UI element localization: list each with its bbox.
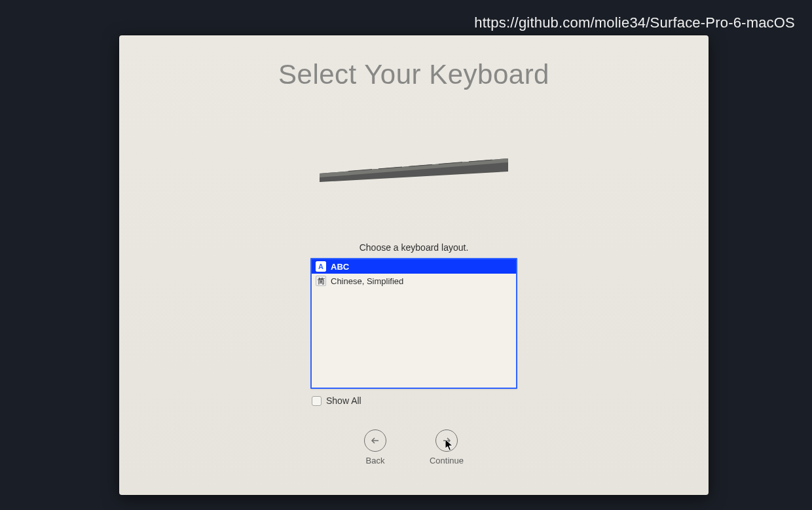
setup-assistant-panel: Select Your Keyboard Choose a keyboard l…: [119, 35, 709, 495]
page-title: Select Your Keyboard: [119, 59, 709, 90]
layout-a-icon: A: [316, 261, 326, 272]
layout-option-abc[interactable]: A ABC: [312, 259, 516, 274]
continue-button-label: Continue: [430, 456, 464, 465]
layout-option-label: ABC: [331, 262, 349, 272]
keyboard-icon: [316, 152, 512, 191]
back-button-label: Back: [366, 456, 385, 465]
layout-option-chinese-simplified[interactable]: 简 Chinese, Simplified: [312, 274, 516, 288]
arrow-left-icon: [364, 429, 386, 452]
show-all-checkbox-row[interactable]: Show All: [310, 395, 517, 406]
overlay-url-text: https://github.com/molie34/Surface-Pro-6…: [474, 14, 795, 31]
back-button[interactable]: Back: [364, 429, 386, 465]
layout-ime-icon: 简: [316, 276, 326, 286]
arrow-right-icon: [435, 429, 458, 452]
show-all-label: Show All: [326, 395, 361, 406]
layout-option-label: Chinese, Simplified: [331, 276, 403, 286]
navigation-buttons: Back Continue: [119, 429, 709, 465]
layout-subheading: Choose a keyboard layout.: [119, 242, 709, 253]
show-all-checkbox[interactable]: [312, 396, 322, 406]
keyboard-layout-list[interactable]: A ABC 简 Chinese, Simplified: [310, 258, 517, 389]
continue-button[interactable]: Continue: [430, 429, 464, 465]
